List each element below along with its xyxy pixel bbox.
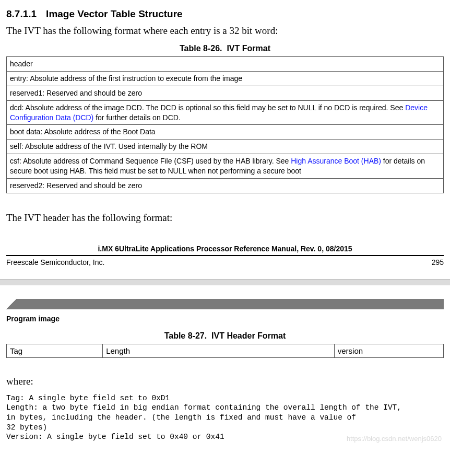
table-row: Tag Length version [7,344,444,357]
table-26-label: Table 8-26. [180,44,222,53]
page-break [0,279,450,285]
footer-company: Freescale Semiconductor, Inc. [6,258,104,266]
hdr-col-tag: Tag [7,344,103,357]
section-number: 8.7.1.1 [6,8,37,19]
table-row: entry: Absolute address of the first ins… [7,71,444,86]
ivt-row-bootdata: boot data: Absolute address of the Boot … [7,125,444,140]
table-row: reserved1: Reserved and should be zero [7,86,444,100]
table-row: self: Absolute address of the IVT. Used … [7,140,444,154]
ivt-row-reserved1: reserved1: Reserved and should be zero [7,86,444,100]
ivt-row-header: header [7,57,444,72]
table-row: boot data: Absolute address of the Boot … [7,125,444,140]
ivt-row-self: self: Absolute address of the IVT. Used … [7,140,444,154]
table-26-title: IVT Format [227,44,270,53]
intro-paragraph-1: The IVT has the following format where e… [6,25,444,37]
hdr-col-version: version [334,344,443,357]
section-title: Image Vector Table Structure [46,8,183,19]
table-27-caption: Table 8-27. IVT Header Format [6,331,444,341]
ivt-row-reserved2: reserved2: Reserved and should be zero [7,179,444,193]
section-label: Program image [6,315,444,323]
section-heading: 8.7.1.1Image Vector Table Structure [6,8,444,20]
ivt-row-entry: entry: Absolute address of the first ins… [7,71,444,86]
section-banner [6,299,444,309]
csf-pre-text: csf: Absolute address of Command Sequenc… [10,157,291,165]
doc-title: i.MX 6UltraLite Applications Processor R… [6,245,444,256]
field-definitions: Tag: A single byte field set to 0xD1 Len… [6,393,444,442]
table-row: csf: Absolute address of Command Sequenc… [7,154,444,179]
footer-page-number: 295 [432,258,444,266]
table-row: dcd: Absolute address of the image DCD. … [7,100,444,125]
intro-paragraph-2: The IVT header has the following format: [6,212,444,224]
table-27-label: Table 8-27. [164,331,207,340]
table-27-title: IVT Header Format [211,331,286,340]
table-row: reserved2: Reserved and should be zero [7,179,444,193]
dcd-post-text: for further details on DCD. [93,113,181,122]
table-26-caption: Table 8-26. IVT Format [6,44,444,53]
page-footer: i.MX 6UltraLite Applications Processor R… [6,245,444,266]
table-26: header entry: Absolute address of the fi… [6,56,444,193]
hdr-col-length: Length [103,344,335,357]
table-27: Tag Length version [6,344,444,358]
ivt-row-dcd: dcd: Absolute address of the image DCD. … [7,100,444,125]
where-label: where: [6,376,444,387]
dcd-pre-text: dcd: Absolute address of the image DCD. … [10,103,405,112]
ivt-row-csf: csf: Absolute address of Command Sequenc… [7,154,444,179]
link-hab[interactable]: High Assurance Boot (HAB) [291,157,381,165]
table-row: header [7,57,444,72]
